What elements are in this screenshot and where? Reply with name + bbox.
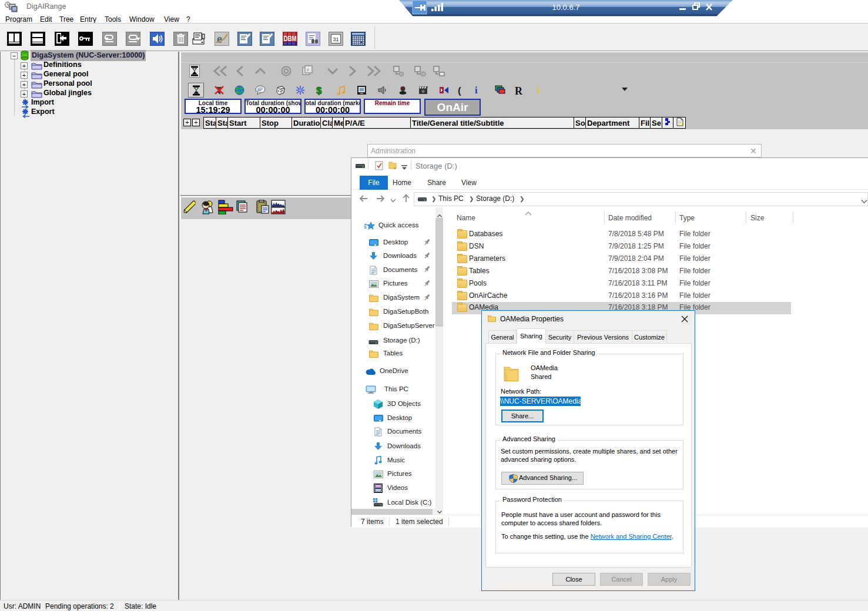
svg-text:$: $: [316, 85, 322, 96]
svg-text:10.0.6.7: 10.0.6.7: [552, 3, 580, 12]
svg-text:e: e: [217, 32, 222, 45]
svg-text:DBM: DBM: [284, 35, 297, 43]
svg-text:z: z: [307, 68, 309, 72]
